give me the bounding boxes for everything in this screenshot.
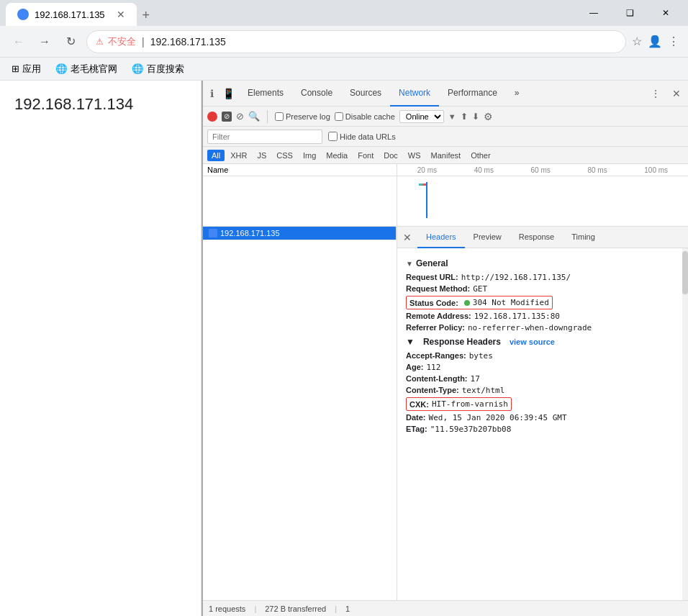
- devtools-cursor-icon[interactable]: ℹ: [206, 85, 218, 102]
- filter-input[interactable]: [207, 130, 322, 144]
- import-button[interactable]: ⬆: [461, 112, 468, 122]
- preserve-log-label[interactable]: Preserve log: [275, 112, 330, 121]
- transferred-size: 272 B transferred: [265, 604, 326, 613]
- minimize-button[interactable]: —: [577, 1, 610, 24]
- type-filter-bar: All XHR JS CSS Img Media Font Doc WS Man…: [203, 147, 688, 164]
- type-font-button[interactable]: Font: [353, 150, 378, 161]
- disable-cache-checkbox[interactable]: [335, 112, 343, 121]
- request-name-0: 192.168.171.135: [203, 227, 397, 240]
- tab-console[interactable]: Console: [292, 81, 341, 107]
- details-tab-headers[interactable]: Headers: [417, 227, 465, 248]
- profile-icon[interactable]: 👤: [648, 35, 662, 48]
- scale-20ms: 20 ms: [417, 166, 437, 174]
- tab-close-button[interactable]: ✕: [117, 9, 125, 20]
- type-manifest-button[interactable]: Manifest: [427, 150, 466, 161]
- type-doc-button[interactable]: Doc: [379, 150, 402, 161]
- tab-elements[interactable]: Elements: [239, 81, 292, 107]
- preserve-log-checkbox[interactable]: [275, 112, 284, 121]
- requests-count: 1 requests: [209, 604, 245, 613]
- export-button[interactable]: ⬇: [472, 112, 479, 122]
- filter-bar: Hide data URLs: [203, 127, 688, 147]
- details-scrollbar-thumb[interactable]: [682, 251, 688, 294]
- apps-bookmark[interactable]: ⊞ 应用: [6, 60, 47, 78]
- content-length-row: Content-Length: 17: [406, 374, 674, 384]
- bookmark-laomao[interactable]: 🌐 老毛桃官网: [50, 60, 123, 78]
- filter-button[interactable]: ⊘: [236, 111, 244, 122]
- tab-more[interactable]: »: [506, 81, 528, 107]
- response-headers-arrow: ▼: [406, 337, 415, 347]
- date-row: Date: Wed, 15 Jan 2020 06:39:45 GMT: [406, 413, 674, 422]
- address-bar: ← → ↻ ⚠ 不安全 | 192.168.171.135 ☆ 👤 ⋮: [0, 26, 688, 58]
- throttle-arrow: ▼: [448, 112, 456, 121]
- settings-button[interactable]: ⚙: [484, 111, 493, 122]
- details-tab-preview[interactable]: Preview: [465, 227, 510, 248]
- timeline-bar-area: [397, 176, 688, 226]
- timeline-chart-row: [203, 176, 688, 227]
- bookmarks-bar: ⊞ 应用 🌐 老毛桃官网 🌐 百度搜索: [0, 58, 688, 81]
- tab-performance[interactable]: Performance: [439, 81, 506, 107]
- network-status-bar: 1 requests | 272 B transferred | 1: [203, 600, 688, 616]
- scale-60ms: 60 ms: [531, 166, 551, 174]
- status-sep-1: |: [254, 604, 256, 613]
- devtools-tabbar: ℹ 📱 Elements Console Sources Network Per…: [203, 81, 688, 107]
- details-close-button[interactable]: ✕: [397, 229, 417, 246]
- details-tabs: ✕ Headers Preview Response Timing: [397, 227, 688, 248]
- hide-data-urls-label[interactable]: Hide data URLs: [328, 132, 396, 141]
- view-source-link[interactable]: view source: [510, 338, 555, 346]
- menu-icon[interactable]: ⋮: [668, 35, 679, 48]
- bookmark-baidu-label: 百度搜索: [147, 63, 184, 76]
- type-xhr-button[interactable]: XHR: [226, 150, 251, 161]
- new-tab-button[interactable]: +: [137, 5, 156, 26]
- throttle-select[interactable]: Online: [399, 110, 444, 123]
- type-img-button[interactable]: Img: [299, 150, 320, 161]
- apps-grid-icon: ⊞: [12, 63, 19, 74]
- bookmark-star-icon[interactable]: ☆: [632, 35, 642, 48]
- type-all-button[interactable]: All: [207, 150, 225, 161]
- referrer-policy-row: Referrer Policy: no-referrer-when-downgr…: [406, 323, 674, 332]
- laomao-icon: 🌐: [55, 63, 68, 74]
- devtools-device-icon[interactable]: 📱: [218, 85, 239, 102]
- details-scrollbar[interactable]: [682, 248, 688, 600]
- response-headers-section-title: ▼ Response Headers view source: [406, 337, 674, 347]
- record-button[interactable]: [207, 112, 217, 122]
- type-other-button[interactable]: Other: [466, 150, 495, 161]
- close-button[interactable]: ✕: [649, 1, 682, 24]
- details-tab-timing[interactable]: Timing: [563, 227, 604, 248]
- request-row-0[interactable]: 192.168.171.135: [203, 227, 397, 240]
- cxk-row: CXK: HIT-from-varnish: [406, 397, 512, 411]
- url-text: 192.168.171.135: [150, 36, 617, 47]
- bookmark-baidu[interactable]: 🌐 百度搜索: [126, 60, 190, 78]
- back-button[interactable]: ←: [9, 32, 29, 52]
- url-separator: |: [142, 36, 145, 47]
- forward-button[interactable]: →: [35, 32, 55, 52]
- tab-network[interactable]: Network: [390, 81, 439, 107]
- devtools-close-icon[interactable]: ✕: [668, 85, 685, 102]
- main-area: 192.168.171.134 ℹ 📱 Elements Console Sou…: [0, 81, 688, 616]
- timeline-header-row: Name 20 ms 40 ms 60 ms 80 ms 100 ms: [203, 164, 688, 176]
- scale-80ms: 80 ms: [587, 166, 607, 174]
- maximize-button[interactable]: ❑: [613, 1, 646, 24]
- url-protocol: 不安全: [108, 35, 136, 48]
- title-bar: 192.168.171.135 ✕ + — ❑ ✕: [0, 0, 688, 26]
- search-button[interactable]: 🔍: [248, 111, 260, 122]
- accept-ranges-row: Accept-Ranges: bytes: [406, 351, 674, 361]
- status-sep-2: |: [335, 604, 337, 613]
- file-icon: [209, 229, 217, 237]
- details-panel: 192.168.171.135 ✕ Headers Preview: [203, 227, 688, 600]
- type-css-button[interactable]: CSS: [272, 150, 297, 161]
- status-code-row: Status Code: 304 Not Modified: [406, 296, 553, 309]
- active-tab[interactable]: 192.168.171.135 ✕: [6, 3, 137, 26]
- url-bar[interactable]: ⚠ 不安全 | 192.168.171.135: [86, 30, 626, 53]
- details-tab-response[interactable]: Response: [510, 227, 563, 248]
- refresh-button[interactable]: ↻: [60, 32, 81, 52]
- disable-cache-label[interactable]: Disable cache: [335, 112, 395, 121]
- devtools-options-icon[interactable]: ⋮: [646, 85, 665, 102]
- type-js-button[interactable]: JS: [253, 150, 271, 161]
- page-ip: 192.168.171.134: [14, 95, 186, 114]
- stop-button[interactable]: ⊘: [222, 112, 232, 122]
- hide-data-urls-checkbox[interactable]: [328, 132, 338, 141]
- extra-stat: 1: [345, 604, 350, 613]
- type-ws-button[interactable]: WS: [404, 150, 425, 161]
- tab-sources[interactable]: Sources: [341, 81, 390, 107]
- type-media-button[interactable]: Media: [322, 150, 352, 161]
